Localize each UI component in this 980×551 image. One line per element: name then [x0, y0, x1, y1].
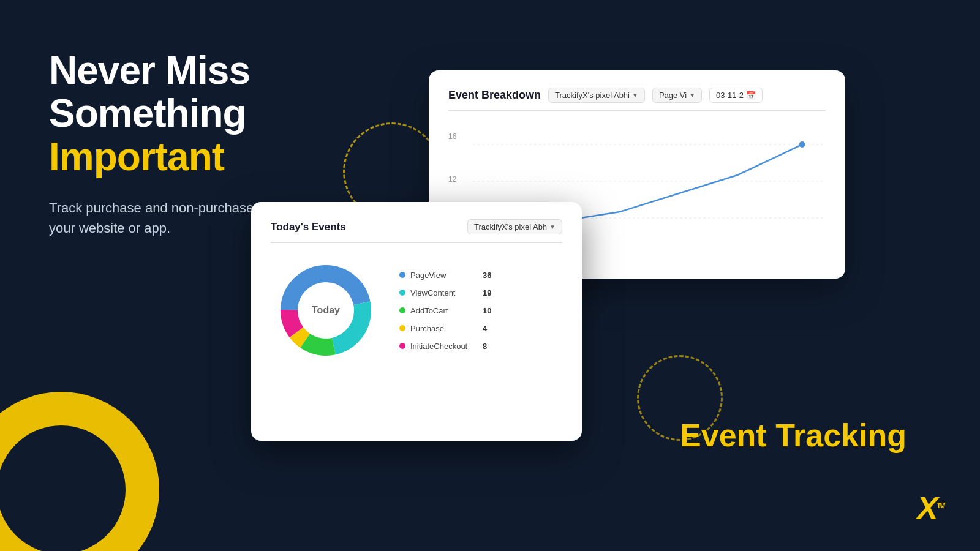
chevron-down-icon-3: ▼ [549, 223, 556, 230]
event-tracking-label: Event Tracking [680, 418, 907, 453]
todays-events-title: Today's Events [271, 221, 346, 233]
initiatecheckout-label: InitiateCheckout [410, 342, 478, 351]
chevron-down-icon-2: ▼ [689, 92, 695, 99]
date-picker-btn[interactable]: 03-11-2 📅 [709, 88, 763, 103]
headline-yellow: Important [49, 135, 404, 178]
calendar-icon: 📅 [746, 91, 756, 100]
pixel-dropdown-label: TrackifyX's pixel Abhi [555, 91, 630, 100]
y-label-12: 12 [448, 175, 456, 184]
purchase-value: 4 [483, 324, 487, 333]
viewcontent-dot [399, 290, 405, 296]
date-value: 03-11-2 [716, 91, 744, 100]
initiatecheckout-value: 8 [483, 342, 487, 351]
pixel-dropdown-btn[interactable]: TrackifyX's pixel Abhi ▼ [548, 88, 645, 103]
logo-x-symbol: XTM [917, 490, 943, 526]
pageview-value: 36 [483, 271, 491, 280]
view-dropdown-btn[interactable]: Page Vi ▼ [652, 88, 702, 103]
purchase-dot [399, 325, 405, 331]
pageview-label: PageView [410, 271, 478, 280]
addtocart-dot [399, 307, 405, 313]
logo-tm: TM [937, 501, 943, 510]
addtocart-label: AddToCart [410, 306, 478, 315]
pageview-dot [399, 272, 405, 278]
event-breakdown-header: Event Breakdown TrackifyX's pixel Abhi ▼… [448, 88, 826, 111]
trackifyx-logo: XTM [917, 490, 943, 527]
legend-item-purchase: Purchase 4 [399, 324, 491, 333]
svg-point-3 [799, 141, 805, 148]
yellow-arc-decoration [0, 392, 159, 551]
legend-item-initiatecheckout: InitiateCheckout 8 [399, 342, 491, 351]
initiatecheckout-dot [399, 343, 405, 349]
chevron-down-icon: ▼ [632, 92, 638, 99]
legend-item-pageview: PageView 36 [399, 271, 491, 280]
event-breakdown-title: Event Breakdown [448, 89, 541, 102]
todays-events-card: Today's Events TrackifyX's pixel Abh ▼ [251, 202, 582, 441]
addtocart-value: 10 [483, 306, 491, 315]
donut-chart: Today [271, 255, 381, 365]
legend-item-viewcontent: ViewContent 19 [399, 288, 491, 298]
viewcontent-label: ViewContent [410, 288, 478, 298]
view-dropdown-label: Page Vi [659, 91, 687, 100]
donut-center-label: Today [312, 305, 340, 316]
purchase-label: Purchase [410, 324, 478, 333]
y-label-16: 16 [448, 132, 456, 141]
legend-item-addtocart: AddToCart 10 [399, 306, 491, 315]
headline-white: Never Miss Something [49, 49, 404, 135]
events-legend: PageView 36 ViewContent 19 AddToCart 10 … [399, 271, 491, 351]
today-pixel-dropdown[interactable]: TrackifyX's pixel Abh ▼ [467, 219, 562, 234]
todays-events-header: Today's Events TrackifyX's pixel Abh ▼ [271, 219, 562, 243]
viewcontent-value: 19 [483, 288, 491, 298]
today-pixel-label: TrackifyX's pixel Abh [474, 222, 547, 231]
todays-events-content: Today PageView 36 ViewContent 19 AddToCa… [271, 255, 562, 365]
